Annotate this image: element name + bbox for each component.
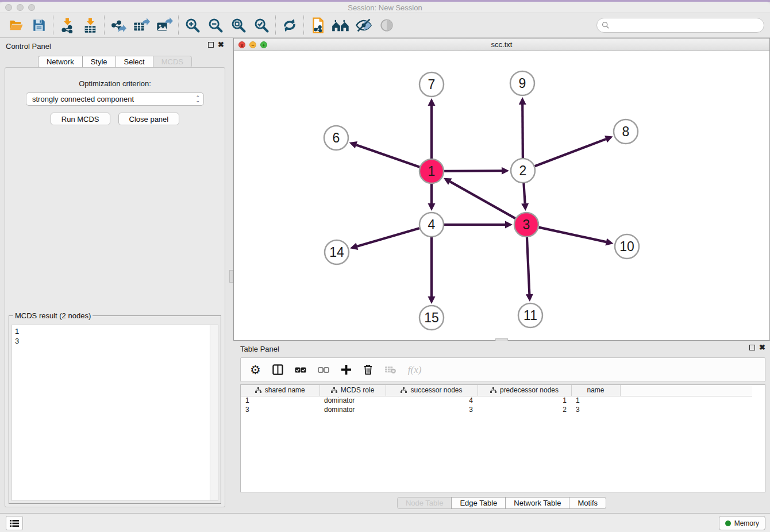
graph-node-label: 1 (428, 164, 436, 179)
vertical-splitter-handle[interactable] (229, 270, 233, 283)
graph-edge-2-9[interactable] (522, 105, 523, 158)
deselect-all-icon[interactable] (318, 367, 329, 373)
result-scrollbar[interactable] (210, 325, 218, 500)
table-cell[interactable]: 1 (571, 396, 620, 405)
mcds-result-box[interactable]: 13 (11, 325, 218, 501)
table-tab-network-table[interactable]: Network Table (505, 497, 569, 509)
optimization-criterion-label: Optimization criterion: (5, 79, 225, 88)
table-cell[interactable]: dominator (319, 396, 386, 405)
graph-edge-1-2[interactable] (444, 171, 502, 171)
mcds-tab-content: Optimization criterion: strongly connect… (5, 67, 225, 507)
graph-edge-3-10[interactable] (538, 228, 606, 242)
graph-edge-3-1[interactable] (450, 182, 515, 218)
show-columns-icon[interactable] (272, 364, 283, 375)
control-panel-tab-mcds[interactable]: MCDS (153, 56, 192, 68)
status-bar: Memory (0, 513, 770, 532)
table-tab-node-table[interactable]: Node Table (397, 497, 452, 509)
import-table-icon[interactable] (79, 15, 102, 36)
column-header-predecessor-nodes[interactable]: predecessor nodes (478, 385, 571, 396)
optimization-criterion-select[interactable]: strongly connected component ⌃⌄ (26, 92, 204, 106)
optimization-criterion-value: strongly connected component (32, 95, 195, 103)
mcds-result-group: MCDS result (2 nodes) 13 (9, 311, 221, 504)
toolbar-separator (178, 16, 179, 35)
function-builder-icon[interactable]: f(x) (408, 364, 422, 376)
toolbar-search[interactable] (596, 18, 764, 33)
search-input[interactable] (613, 21, 764, 30)
network-window-title: scc.txt (234, 40, 769, 49)
column-header-MCDS-role[interactable]: MCDS role (319, 385, 386, 396)
graph-edge-arrowhead (428, 203, 436, 211)
table-cell[interactable]: 2 (478, 405, 571, 414)
column-header-filler (620, 385, 752, 396)
graph-node-label: 4 (428, 217, 436, 232)
table-cell[interactable]: 4 (386, 396, 478, 405)
table-tab-edge-table[interactable]: Edge Table (451, 497, 506, 509)
table-cell[interactable]: 3 (386, 405, 478, 414)
graph-edge-2-8[interactable] (535, 139, 606, 166)
import-network-icon[interactable] (56, 15, 79, 36)
table-tab-motifs[interactable]: Motifs (569, 497, 606, 509)
control-panel-tab-network[interactable]: Network (38, 56, 83, 68)
network-window-titlebar[interactable]: x − + scc.txt (234, 38, 769, 51)
table-row[interactable]: 1dominator411 (241, 396, 752, 405)
memory-button[interactable]: Memory (719, 516, 765, 530)
select-all-icon[interactable] (295, 367, 306, 373)
table-cell[interactable]: dominator (319, 405, 386, 414)
float-panel-icon[interactable] (208, 42, 214, 48)
graph-edge-arrowhead (502, 167, 509, 175)
zoom-selected-icon[interactable] (250, 15, 273, 36)
apply-layout-icon[interactable] (278, 15, 301, 36)
run-mcds-button[interactable]: Run MCDS (51, 113, 110, 125)
delete-table-icon[interactable] (384, 365, 396, 374)
main-toolbar (0, 13, 770, 38)
graph-node-label: 11 (523, 308, 537, 323)
control-panel-tab-style[interactable]: Style (82, 56, 116, 68)
graph-edge-arrowhead (519, 97, 526, 105)
table-cell[interactable]: 3 (241, 405, 319, 414)
memory-label: Memory (734, 519, 759, 527)
close-table-panel-icon[interactable]: ✖ (759, 345, 765, 350)
hide-selected-icon[interactable] (352, 15, 375, 36)
open-session-icon[interactable] (5, 15, 28, 36)
graph-edge-1-6[interactable] (356, 145, 419, 167)
network-canvas[interactable]: 7968124314101511 (234, 51, 769, 340)
save-session-icon[interactable] (28, 15, 51, 36)
new-network-from-selection-icon[interactable] (306, 15, 329, 36)
select-stepper-icon: ⌃⌄ (195, 97, 200, 102)
node-table[interactable]: shared nameMCDS rolesuccessor nodesprede… (240, 384, 765, 492)
delete-columns-icon[interactable] (363, 364, 373, 375)
graph-edge-2-3[interactable] (523, 183, 525, 203)
float-table-panel-icon[interactable] (749, 345, 755, 350)
table-cell[interactable]: 1 (241, 396, 319, 405)
change-table-mode-icon[interactable]: ⚙ (250, 363, 261, 377)
table-cell[interactable]: 1 (478, 396, 571, 405)
first-neighbors-icon[interactable] (329, 15, 352, 36)
graph-edge-4-14[interactable] (357, 228, 419, 246)
zoom-in-icon[interactable] (181, 15, 204, 36)
close-panel-button[interactable]: Close panel (118, 113, 180, 125)
toolbar-separator (275, 16, 276, 35)
export-image-icon[interactable] (153, 15, 176, 36)
zoom-out-icon[interactable] (204, 15, 227, 36)
table-cell[interactable]: 3 (571, 405, 620, 414)
toolbar-separator (104, 16, 105, 35)
graph-edge-arrowhead (605, 238, 613, 246)
mcds-result-line: 1 (15, 326, 209, 336)
mcds-result-line: 3 (15, 336, 209, 346)
create-column-icon[interactable] (341, 364, 352, 375)
graph-node-label: 14 (329, 245, 344, 260)
export-network-icon[interactable] (107, 15, 130, 36)
column-header-successor-nodes[interactable]: successor nodes (386, 385, 478, 396)
task-history-button[interactable] (6, 516, 23, 530)
export-table-icon[interactable] (130, 15, 153, 36)
table-row[interactable]: 3dominator323 (241, 405, 752, 414)
control-panel-tab-select[interactable]: Select (116, 56, 153, 68)
control-panel: Control Panel ✖ NetworkStyleSelectMCDS O… (0, 38, 230, 513)
column-header-name[interactable]: name (571, 385, 620, 396)
table-panel: Table Panel ✖ ⚙ f(x) shared nameMCDS rol… (233, 341, 770, 513)
show-all-icon[interactable] (375, 15, 398, 36)
zoom-fit-icon[interactable] (227, 15, 250, 36)
column-header-shared-name[interactable]: shared name (241, 385, 319, 396)
close-panel-icon[interactable]: ✖ (218, 42, 224, 48)
graph-edge-3-11[interactable] (527, 237, 529, 294)
